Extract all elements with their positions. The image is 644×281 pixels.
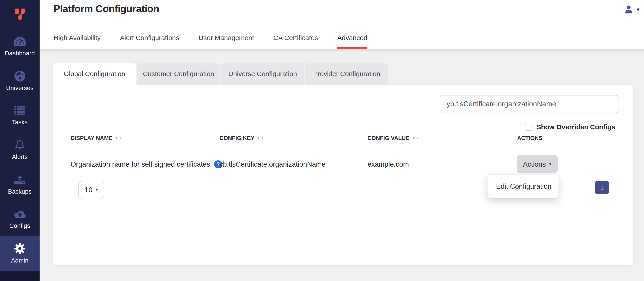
column-header-config-value[interactable]: CONFIG VALUE ▼ ▲ bbox=[368, 135, 419, 141]
cloud-upload-icon bbox=[14, 208, 26, 220]
user-menu-button[interactable]: ▾ bbox=[624, 5, 640, 15]
sort-desc-icon: ▼ bbox=[412, 136, 415, 140]
menu-item-edit-configuration[interactable]: Edit Configuration bbox=[488, 175, 558, 198]
main-tabs: High Availability Alert Configurations U… bbox=[54, 34, 368, 49]
gauge-icon bbox=[13, 36, 26, 47]
sidebar-item-label: Configs bbox=[10, 223, 30, 229]
sidebar-item-label: Dashboard bbox=[5, 50, 35, 57]
sidebar-item-backups[interactable]: Backups bbox=[0, 167, 40, 201]
row-actions-label: Actions bbox=[523, 160, 546, 168]
show-overriden-configs-label: Show Overriden Configs bbox=[536, 123, 615, 131]
sort-asc-icon: ▲ bbox=[119, 136, 122, 140]
tab-alert-configurations[interactable]: Alert Configurations bbox=[120, 34, 179, 49]
column-header-display-name[interactable]: DISPLAY NAME ▼ ▲ bbox=[70, 135, 122, 141]
caret-down-icon: ▾ bbox=[96, 187, 98, 192]
table-row-display-name: Organization name for self signed certif… bbox=[70, 160, 222, 168]
subtab-global-configuration[interactable]: Global Configuration bbox=[53, 63, 136, 85]
chevron-down-icon: ▾ bbox=[637, 7, 640, 12]
sidebar-item-universes[interactable]: Universes bbox=[0, 63, 40, 98]
sort-icons[interactable]: ▼ ▲ bbox=[412, 136, 419, 140]
sort-asc-icon: ▲ bbox=[416, 136, 419, 140]
sidebar-item-label: Tasks bbox=[12, 119, 28, 126]
page-size-value: 10 bbox=[84, 186, 93, 194]
sidebar-footer-strip bbox=[0, 271, 40, 281]
page-header: Platform Configuration High Availability… bbox=[40, 0, 644, 49]
upload-tray-icon bbox=[14, 174, 26, 185]
sort-asc-icon: ▲ bbox=[260, 136, 264, 140]
config-search-input[interactable] bbox=[440, 95, 619, 113]
header-divider bbox=[614, 3, 614, 18]
table-row-config-key: yb.tlsCertificate.organizationName bbox=[220, 160, 326, 168]
sort-icons[interactable]: ▼ ▲ bbox=[257, 136, 264, 140]
column-header-label: CONFIG KEY bbox=[220, 135, 254, 141]
config-scope-tabs: Global Configuration Customer Configurat… bbox=[53, 63, 390, 85]
column-header-actions: ACTIONS bbox=[517, 135, 542, 141]
pagination-page-1-button[interactable]: 1 bbox=[595, 181, 609, 194]
list-icon bbox=[14, 105, 26, 116]
sidebar-item-configs[interactable]: Configs bbox=[0, 201, 40, 236]
column-header-label: DISPLAY NAME bbox=[70, 135, 112, 141]
tab-user-management[interactable]: User Management bbox=[198, 34, 254, 49]
sort-desc-icon: ▼ bbox=[257, 136, 260, 140]
config-display-name: Organization name for self signed certif… bbox=[70, 160, 210, 168]
content-area: Global Configuration Customer Configurat… bbox=[40, 49, 644, 281]
sidebar-item-tasks[interactable]: Tasks bbox=[0, 98, 40, 132]
tab-ca-certificates[interactable]: CA Certificates bbox=[274, 34, 318, 49]
subtab-customer-configuration[interactable]: Customer Configuration bbox=[137, 63, 220, 85]
sort-icons[interactable]: ▼ ▲ bbox=[115, 136, 122, 140]
caret-down-icon: ▾ bbox=[549, 162, 551, 167]
subtab-provider-configuration[interactable]: Provider Configuration bbox=[305, 63, 388, 85]
sidebar-item-label: Universes bbox=[6, 84, 34, 91]
subtab-universe-configuration[interactable]: Universe Configuration bbox=[221, 63, 304, 85]
show-overriden-configs-checkbox[interactable] bbox=[525, 123, 532, 131]
sidebar: Dashboard Universes bbox=[0, 0, 40, 281]
globe-icon bbox=[14, 70, 26, 82]
actions-dropdown-menu: Edit Configuration bbox=[488, 175, 558, 198]
column-header-config-key[interactable]: CONFIG KEY ▼ ▲ bbox=[220, 135, 264, 141]
user-icon bbox=[624, 5, 634, 15]
show-overriden-configs-row: Show Overriden Configs bbox=[525, 123, 615, 131]
sort-desc-icon: ▼ bbox=[115, 136, 118, 140]
yugabyte-logo[interactable] bbox=[0, 0, 40, 29]
sidebar-item-dashboard[interactable]: Dashboard bbox=[0, 29, 40, 63]
yugabyte-logo-icon bbox=[12, 7, 28, 22]
sidebar-item-label: Alerts bbox=[12, 154, 28, 160]
tab-high-availability[interactable]: High Availability bbox=[54, 34, 101, 49]
global-configuration-panel: Show Overriden Configs DISPLAY NAME ▼ ▲ … bbox=[53, 85, 633, 265]
row-actions-button[interactable]: Actions ▾ bbox=[517, 155, 558, 173]
column-header-label: ACTIONS bbox=[517, 135, 542, 141]
column-header-label: CONFIG VALUE bbox=[368, 135, 410, 141]
page-title: Platform Configuration bbox=[54, 3, 159, 15]
tab-advanced[interactable]: Advanced bbox=[337, 34, 367, 49]
sidebar-item-label: Backups bbox=[8, 188, 32, 195]
sidebar-item-alerts[interactable]: Alerts bbox=[0, 132, 40, 167]
sidebar-nav: Dashboard Universes bbox=[0, 29, 40, 271]
sidebar-item-label: Admin bbox=[11, 257, 28, 264]
app-viewport: Dashboard Universes bbox=[0, 0, 644, 281]
bell-icon bbox=[14, 139, 26, 151]
gear-icon bbox=[14, 243, 26, 254]
table-row-config-value: example.com bbox=[368, 160, 409, 168]
page-size-dropdown[interactable]: 10 ▾ bbox=[78, 181, 104, 199]
sidebar-item-admin[interactable]: Admin bbox=[0, 236, 40, 270]
